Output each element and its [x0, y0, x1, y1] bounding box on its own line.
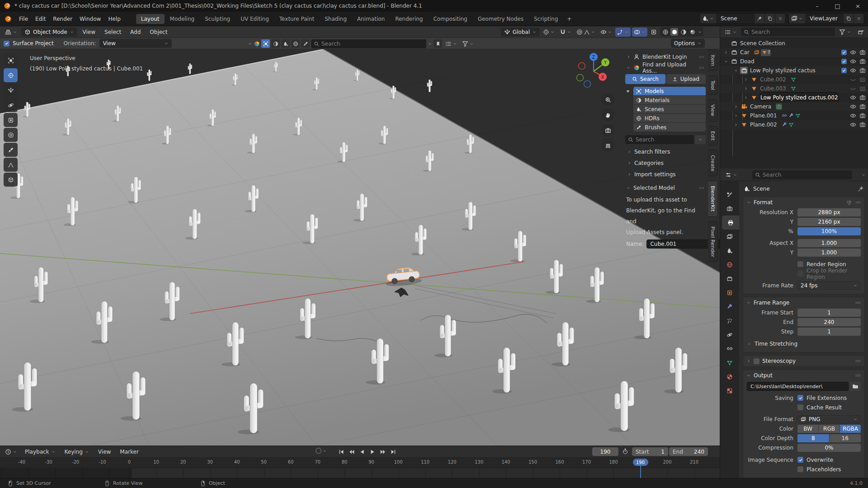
stereoscopy-panel-header[interactable]: Stereoscopy	[743, 356, 864, 366]
tab-object-data-properties[interactable]	[720, 356, 739, 370]
workspace-tab[interactable]: UV Editing	[236, 14, 274, 24]
workspace-tab[interactable]: Scripting	[529, 14, 563, 24]
render-visibility-toggle[interactable]	[859, 94, 866, 101]
outliner-row-cube-003[interactable]: Cube.003	[720, 84, 868, 93]
play-button[interactable]	[368, 447, 377, 456]
surface-project-checkbox[interactable]	[4, 41, 9, 47]
preset-icon[interactable]	[846, 199, 852, 206]
snap-magnet-button[interactable]	[558, 28, 573, 37]
new-collection-button[interactable]	[855, 28, 866, 37]
expand-icon[interactable]	[744, 86, 748, 91]
outliner-search-field[interactable]	[741, 28, 835, 36]
folder-browse-icon[interactable]	[850, 382, 861, 391]
overwrite-checkbox[interactable]	[797, 457, 803, 463]
outliner-row-low-poly-stylized-cactus[interactable]: Low Poly stylized cactus	[720, 66, 868, 75]
camera-view-icon[interactable]	[601, 124, 614, 137]
header-asset-search[interactable]	[311, 39, 426, 48]
tab-constraint-properties[interactable]	[720, 342, 739, 356]
hidden-eye-toggle[interactable]	[850, 85, 856, 92]
workspace-tab[interactable]: Geometry Nodes	[473, 14, 528, 24]
outliner-row-doad[interactable]: Doad	[720, 57, 868, 66]
stereoscopy-checkbox[interactable]	[754, 358, 760, 364]
orientation-select[interactable]: View	[99, 39, 172, 48]
render-visibility-toggle[interactable]	[859, 122, 866, 128]
tab-scene-properties[interactable]	[720, 244, 739, 258]
workspace-tab[interactable]: Animation	[352, 14, 390, 24]
workspace-tab[interactable]: +	[563, 14, 575, 24]
rotate-tool[interactable]	[4, 98, 18, 112]
properties-editor-type-button[interactable]	[723, 170, 740, 179]
tab-object-properties[interactable]	[720, 286, 739, 300]
outliner-row-plane-002[interactable]: Plane.002	[720, 120, 868, 129]
outliner-row-car[interactable]: Car 7	[720, 48, 868, 57]
current-frame-field[interactable]: 190	[592, 447, 618, 456]
workspace-tab[interactable]: Modeling	[165, 14, 200, 24]
expand-icon[interactable]	[734, 104, 738, 109]
ortho-grid-icon[interactable]	[601, 139, 614, 152]
expand-icon[interactable]	[734, 122, 738, 127]
resolution-percent-slider[interactable]: 100%	[797, 227, 861, 235]
tab-view-layer-properties[interactable]	[720, 230, 739, 244]
maximize-button[interactable]: □	[827, 0, 848, 12]
expand-icon[interactable]	[744, 95, 748, 100]
tab-tool-properties[interactable]	[720, 188, 739, 202]
asset-type-brushes[interactable]: Brushes	[633, 123, 706, 131]
output-path-input[interactable]	[747, 382, 849, 391]
shading-material-button[interactable]	[679, 28, 687, 36]
shading-solid-button[interactable]	[670, 28, 678, 36]
asset-type-hdrs-toggle[interactable]	[291, 39, 300, 48]
sidebar-tab[interactable]: Tool	[708, 75, 718, 95]
asset-type-scenes[interactable]: Scenes	[633, 105, 706, 113]
collapse-chevron-icon[interactable]	[248, 42, 252, 46]
select-box-tool[interactable]	[4, 53, 18, 67]
workspace-tab[interactable]: Layout	[136, 14, 165, 24]
show-overlays-button[interactable]	[632, 28, 647, 37]
workspace-tab[interactable]: Compositing	[428, 14, 472, 24]
previous-keyframe-button[interactable]	[347, 447, 356, 456]
sidebar-tab[interactable]: Pixel Render	[708, 221, 718, 262]
expand-icon[interactable]	[724, 50, 728, 55]
tab-texture-properties[interactable]	[720, 384, 739, 398]
tab-physics-properties[interactable]	[720, 328, 739, 342]
collection-checkbox[interactable]	[841, 59, 847, 64]
transform-orientation-dropdown[interactable]: Global	[501, 28, 540, 37]
viewport-menu-view[interactable]: View	[79, 28, 99, 37]
search-filters-section[interactable]: Search filters	[624, 146, 707, 157]
color-depth-16-option[interactable]: 16	[830, 434, 861, 442]
delete-scene-icon[interactable]	[775, 14, 785, 23]
outliner-row-low-poly-stylized-cactus-002[interactable]: Low Poly stylized cactus.002	[720, 93, 868, 102]
collection-checkbox[interactable]	[841, 50, 847, 55]
color-rgba-option[interactable]: RGBA	[840, 425, 861, 433]
file-format-dropdown[interactable]: PNG	[797, 415, 861, 423]
zoom-icon[interactable]	[601, 93, 614, 106]
new-scene-icon[interactable]	[764, 14, 775, 23]
frame-end-field[interactable]: 240	[797, 318, 861, 326]
asset-type-materials[interactable]: Materials	[633, 96, 706, 104]
asset-type-hdrs[interactable]: HDRs	[633, 114, 706, 122]
show-gizmo-button[interactable]	[615, 28, 631, 37]
tab-modifier-properties[interactable]	[720, 300, 739, 314]
hide-eye-toggle[interactable]	[850, 103, 856, 110]
new-viewlayer-icon[interactable]	[843, 14, 854, 23]
aspect-x-field[interactable]: 1.000	[797, 239, 861, 247]
render-visibility-toggle[interactable]	[859, 58, 866, 65]
render-visibility-toggle[interactable]	[859, 113, 866, 119]
bookmark-icon[interactable]	[434, 39, 442, 48]
hide-eye-toggle[interactable]	[850, 94, 856, 101]
workspace-tab[interactable]: Rendering	[390, 14, 428, 24]
crop-render-region-checkbox[interactable]	[797, 271, 803, 277]
3d-viewport[interactable]: Object Mode View Select Add Object Globa…	[0, 26, 720, 446]
proportional-edit-button[interactable]	[575, 28, 597, 37]
aspect-y-field[interactable]: 1.000	[797, 249, 861, 257]
hide-eye-toggle[interactable]	[850, 67, 856, 74]
local-view-button[interactable]	[649, 28, 659, 37]
outliner-row-camera[interactable]: Camera	[720, 102, 868, 111]
hide-eye-toggle[interactable]	[850, 113, 856, 119]
outliner-editor[interactable]: Scene Collection Car 7	[720, 26, 868, 169]
expand-icon[interactable]	[744, 77, 748, 82]
frame-range-panel-header[interactable]: Frame Range	[743, 297, 864, 308]
object-visibility-button[interactable]	[599, 28, 614, 37]
mode-dropdown[interactable]: Object Mode	[21, 28, 77, 37]
render-visibility-toggle[interactable]	[859, 49, 866, 56]
workspace-tab[interactable]: Texture Paint	[274, 14, 319, 24]
